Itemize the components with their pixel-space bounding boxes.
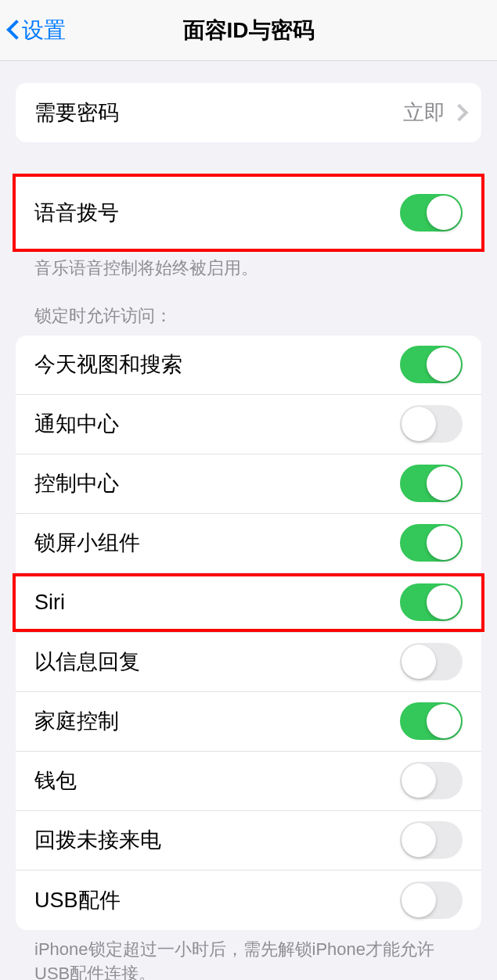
voice-dial-section: 语音拨号	[13, 174, 484, 252]
lock-widgets-toggle[interactable]	[400, 524, 463, 562]
toggle-knob	[402, 644, 436, 679]
require-passcode-label: 需要密码	[34, 99, 119, 127]
usb-accessories-toggle[interactable]	[400, 881, 463, 919]
row-label: 回拨未接来电	[34, 826, 161, 854]
chevron-left-icon	[6, 19, 20, 42]
toggle-knob	[427, 585, 461, 619]
row-label: Siri	[34, 591, 65, 615]
row-label: 锁屏小组件	[34, 529, 140, 557]
wallet-toggle[interactable]	[400, 762, 463, 799]
voice-dial-label: 语音拨号	[34, 199, 119, 227]
lock-access-row-widgets: 锁屏小组件	[16, 514, 481, 573]
row-label: 以信息回复	[34, 648, 140, 676]
lock-access-row-siri: Siri	[16, 573, 481, 633]
content-scroll[interactable]: 需要密码 立即 语音拨号 音乐语音控制将始终被启用。 锁定时允许访问： 今天视图…	[0, 61, 497, 980]
lock-access-header: 锁定时允许访问：	[16, 304, 481, 336]
require-passcode-row[interactable]: 需要密码 立即	[16, 83, 481, 142]
home-control-toggle[interactable]	[400, 702, 463, 740]
voice-dial-row: 语音拨号	[16, 177, 481, 249]
toggle-knob	[427, 347, 461, 382]
lock-access-row-home: 家庭控制	[16, 692, 481, 752]
require-passcode-section: 需要密码 立即	[16, 83, 481, 142]
row-label: USB配件	[34, 886, 121, 914]
row-label: 今天视图和搜索	[34, 350, 182, 379]
reply-message-toggle[interactable]	[400, 643, 463, 680]
lock-access-row-usb: USB配件	[16, 871, 481, 930]
chevron-right-icon	[453, 105, 463, 120]
lock-access-row-callback: 回拨未接来电	[16, 811, 481, 871]
toggle-knob	[402, 883, 436, 917]
toggle-knob	[402, 823, 436, 857]
lock-access-row-reply: 以信息回复	[16, 633, 481, 692]
back-label: 设置	[22, 16, 66, 45]
row-label: 控制中心	[34, 469, 119, 497]
callback-toggle[interactable]	[400, 821, 463, 859]
lock-access-row-notification: 通知中心	[16, 395, 481, 454]
navigation-bar: 设置 面容ID与密码	[0, 0, 497, 61]
toggle-knob	[402, 407, 436, 441]
row-label: 钱包	[34, 766, 77, 795]
lock-access-row-control: 控制中心	[16, 454, 481, 514]
voice-dial-footer: 音乐语音控制将始终被启用。	[16, 249, 481, 281]
lock-access-section: 今天视图和搜索 通知中心 控制中心 锁屏小组件 Siri 以信息回复 家庭控制	[16, 336, 481, 930]
control-center-toggle[interactable]	[400, 465, 463, 502]
notification-center-toggle[interactable]	[400, 405, 463, 443]
lock-access-row-today: 今天视图和搜索	[16, 336, 481, 395]
lock-access-footer: iPhone锁定超过一小时后，需先解锁iPhone才能允许USB配件连接。	[16, 930, 481, 980]
today-view-toggle[interactable]	[400, 346, 463, 383]
page-title: 面容ID与密码	[183, 16, 315, 45]
voice-dial-toggle[interactable]	[400, 194, 463, 232]
toggle-knob	[427, 196, 461, 230]
require-passcode-value: 立即	[403, 99, 445, 127]
toggle-knob	[427, 466, 461, 501]
row-label: 通知中心	[34, 410, 119, 438]
toggle-knob	[427, 526, 461, 560]
row-label: 家庭控制	[34, 707, 119, 735]
back-button[interactable]: 设置	[0, 16, 66, 45]
lock-access-row-wallet: 钱包	[16, 752, 481, 811]
toggle-knob	[427, 704, 461, 738]
toggle-knob	[402, 763, 436, 798]
siri-toggle[interactable]	[400, 583, 463, 621]
